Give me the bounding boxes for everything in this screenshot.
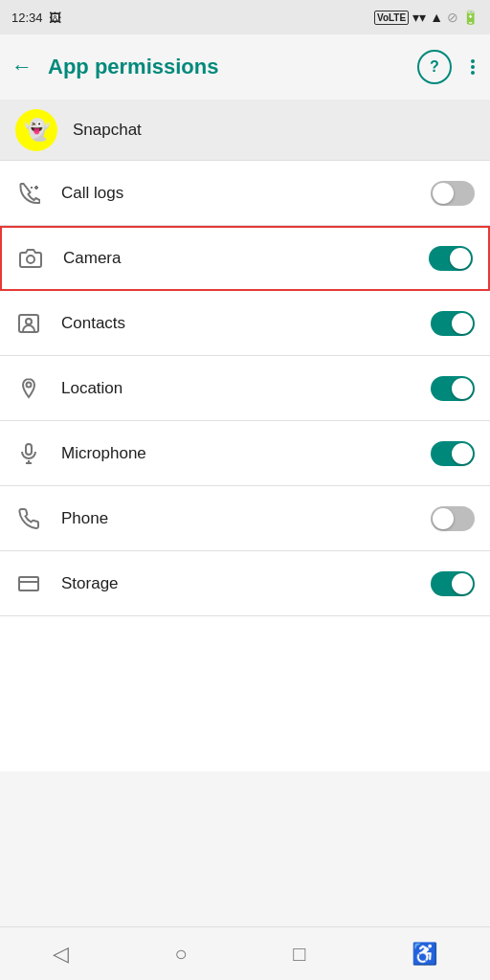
toggle-thumb bbox=[433, 508, 454, 529]
phone-toggle[interactable] bbox=[431, 506, 475, 531]
toggle-thumb bbox=[433, 183, 454, 204]
help-icon: ? bbox=[430, 58, 439, 76]
permission-item-microphone[interactable]: Microphone bbox=[0, 421, 490, 486]
dot-icon bbox=[471, 59, 475, 63]
call-logs-toggle[interactable] bbox=[431, 181, 475, 206]
camera-label: Camera bbox=[63, 249, 410, 268]
help-button[interactable]: ? bbox=[417, 50, 452, 84]
battery-icon: 🔋 bbox=[462, 10, 479, 25]
snapchat-ghost-icon: 👻 bbox=[24, 118, 50, 143]
status-icons: VoLTE ▾▾ ▲ ⊘ 🔋 bbox=[374, 10, 479, 25]
permission-item-storage[interactable]: Storage bbox=[0, 551, 490, 616]
permission-item-call-logs[interactable]: Call logs bbox=[0, 161, 490, 226]
location-label: Location bbox=[61, 379, 412, 398]
app-logo: 👻 bbox=[15, 109, 57, 151]
phone-label: Phone bbox=[61, 509, 412, 528]
permission-item-contacts[interactable]: Contacts bbox=[0, 291, 490, 356]
camera-toggle[interactable] bbox=[429, 246, 473, 271]
contacts-icon bbox=[15, 312, 42, 335]
status-time: 12:34 🖼 bbox=[11, 11, 61, 25]
more-options-button[interactable] bbox=[467, 56, 479, 78]
svg-rect-10 bbox=[19, 577, 38, 590]
dot-icon bbox=[471, 65, 475, 69]
call-logs-label: Call logs bbox=[61, 184, 412, 203]
svg-point-6 bbox=[27, 382, 32, 387]
app-name-label: Snapchat bbox=[73, 121, 142, 140]
back-button[interactable]: ← bbox=[11, 55, 33, 79]
app-header: 👻 Snapchat bbox=[0, 100, 490, 161]
accessibility-nav-button[interactable]: ♿ bbox=[392, 934, 457, 974]
location-icon bbox=[15, 377, 42, 400]
permission-item-camera[interactable]: Camera bbox=[0, 226, 490, 291]
contacts-label: Contacts bbox=[61, 314, 412, 333]
time-display: 12:34 bbox=[11, 11, 43, 25]
status-bar: 12:34 🖼 VoLTE ▾▾ ▲ ⊘ 🔋 bbox=[0, 0, 490, 34]
location-toggle[interactable] bbox=[431, 376, 475, 401]
microphone-toggle[interactable] bbox=[431, 441, 475, 466]
microphone-icon bbox=[15, 442, 42, 465]
volte-icon: VoLTE bbox=[374, 11, 409, 25]
signal-icon: ▲ bbox=[430, 10, 443, 25]
recents-nav-button[interactable]: □ bbox=[274, 934, 324, 974]
nav-bar: ◁ ○ □ ♿ bbox=[0, 926, 490, 980]
no-signal-icon: ⊘ bbox=[447, 10, 458, 25]
call-log-icon bbox=[15, 182, 42, 205]
back-nav-button[interactable]: ◁ bbox=[33, 934, 88, 974]
toggle-thumb bbox=[450, 248, 471, 269]
phone-icon bbox=[15, 507, 42, 530]
toggle-thumb bbox=[452, 573, 473, 594]
toggle-thumb bbox=[452, 443, 473, 464]
svg-point-5 bbox=[26, 319, 32, 324]
microphone-label: Microphone bbox=[61, 444, 412, 463]
svg-rect-7 bbox=[26, 444, 32, 455]
storage-label: Storage bbox=[61, 574, 412, 593]
home-nav-button[interactable]: ○ bbox=[156, 934, 207, 974]
toggle-thumb bbox=[452, 313, 473, 334]
empty-space bbox=[0, 771, 490, 926]
app-bar: ← App permissions ? bbox=[0, 34, 490, 100]
svg-point-3 bbox=[27, 256, 34, 263]
storage-toggle[interactable] bbox=[431, 571, 475, 596]
permission-item-phone[interactable]: Phone bbox=[0, 486, 490, 551]
contacts-toggle[interactable] bbox=[431, 311, 475, 336]
toggle-thumb bbox=[452, 378, 473, 399]
camera-icon bbox=[17, 247, 44, 270]
permission-list: Call logs Camera Contacts bbox=[0, 161, 490, 771]
storage-icon bbox=[15, 572, 42, 595]
permission-item-location[interactable]: Location bbox=[0, 356, 490, 421]
page-title: App permissions bbox=[48, 55, 402, 79]
dot-icon bbox=[471, 71, 475, 75]
screenshot-icon: 🖼 bbox=[49, 11, 61, 25]
wifi-icon: ▾▾ bbox=[412, 10, 426, 25]
